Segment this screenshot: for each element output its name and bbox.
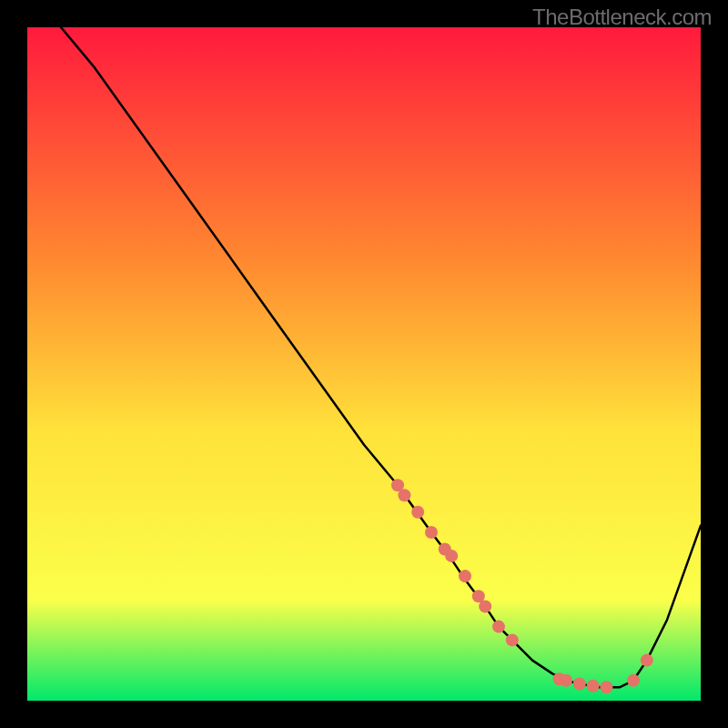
marker-point xyxy=(627,674,640,687)
marker-point xyxy=(573,678,586,691)
marker-point xyxy=(459,570,471,582)
marker-point xyxy=(425,526,438,539)
marker-point xyxy=(479,600,491,612)
chart-svg xyxy=(27,27,701,701)
chart-container: TheBottleneck.com xyxy=(0,0,728,728)
gradient-background xyxy=(27,27,701,701)
marker-point xyxy=(560,674,572,687)
plot-area xyxy=(27,27,701,701)
marker-point xyxy=(587,680,600,693)
marker-point xyxy=(445,550,458,562)
marker-point xyxy=(492,621,505,633)
marker-point xyxy=(506,633,519,646)
watermark-text: TheBottleneck.com xyxy=(532,5,712,30)
marker-point xyxy=(641,654,653,667)
marker-point xyxy=(411,506,424,519)
marker-point xyxy=(398,489,410,501)
marker-point xyxy=(600,681,612,693)
